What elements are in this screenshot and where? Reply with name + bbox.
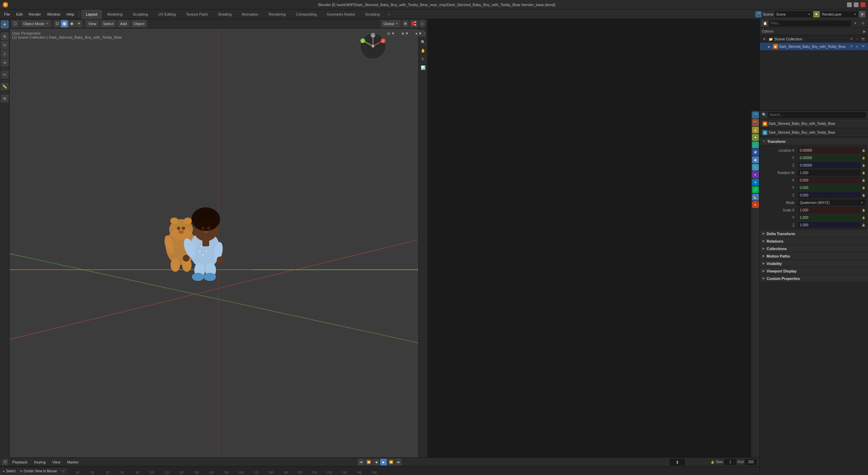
outliner-type-icon[interactable]: 📋 xyxy=(762,20,768,26)
tab-scripting[interactable]: Scripting xyxy=(360,10,384,19)
render-layer-selector[interactable]: RenderLayer ▼ xyxy=(821,11,858,17)
next-keyframe-button[interactable]: ⏩ xyxy=(388,459,394,466)
location-z-field[interactable]: 0.00000 xyxy=(798,162,861,168)
prop-render-icon[interactable]: 📷 xyxy=(752,119,759,126)
play-reverse-button[interactable]: ◀ xyxy=(373,459,379,466)
obj-visibility-icon[interactable]: 👁 xyxy=(849,44,854,49)
tab-rendering[interactable]: Rendering xyxy=(264,10,291,19)
scale-z-lock[interactable]: 🔒 xyxy=(862,224,865,227)
rotation-x-field[interactable]: 0.000 xyxy=(798,177,861,183)
shading-material[interactable]: ◉ xyxy=(68,20,75,27)
menu-file[interactable]: File xyxy=(1,11,13,17)
menu-window[interactable]: Window xyxy=(44,11,63,17)
prop-material-icon[interactable]: ● xyxy=(752,201,759,208)
location-x-field[interactable]: 0.00000 xyxy=(798,147,861,153)
view-layer-icon[interactable]: 🔲 xyxy=(813,11,820,17)
timeline-marker-btn[interactable]: Marker xyxy=(64,459,81,465)
prop-modifier-icon[interactable]: 🔧 xyxy=(752,164,759,171)
tab-modeling[interactable]: Modeling xyxy=(103,10,127,19)
viewport-icon-display[interactable]: 📊 xyxy=(419,64,427,71)
timeline-view-btn[interactable]: View xyxy=(50,459,63,465)
timeline-type-icon[interactable]: ⏱ xyxy=(2,459,8,465)
obj-render-icon[interactable]: 📷 xyxy=(861,44,865,49)
scene-collection-arrow[interactable]: ▼ xyxy=(763,37,766,41)
viewport-icon-rotate[interactable]: ↻ xyxy=(419,55,427,63)
prop-scene2-icon[interactable]: 🌐 xyxy=(752,141,759,148)
tool-annotate[interactable]: ✏ xyxy=(1,71,9,79)
maximize-button[interactable] xyxy=(854,2,859,7)
visibility-header[interactable]: ▶ Visibility xyxy=(760,260,868,267)
properties-search-input[interactable] xyxy=(768,112,866,118)
play-button[interactable]: ▶ xyxy=(380,459,387,466)
viewport-icon-zoom[interactable]: 🔍 xyxy=(419,38,427,46)
outliner-options-icon[interactable]: ⚙ xyxy=(860,20,866,26)
viewport-display-header[interactable]: ▶ Viewport Display xyxy=(760,267,868,275)
delta-transform-header[interactable]: ▶ Delta Transform xyxy=(760,230,868,238)
prop-scene-icon[interactable]: 🎬 xyxy=(752,112,759,118)
visibility-icon[interactable]: 👁 xyxy=(849,37,854,41)
viewport-shading-btn[interactable]: ● ▼ xyxy=(413,30,425,37)
rotation-z-field[interactable]: 0.000 xyxy=(798,192,861,198)
rotation-w-field[interactable]: 1.000 xyxy=(798,170,861,176)
view-button[interactable]: View xyxy=(85,20,99,27)
prop-world-icon[interactable]: 🌍 xyxy=(752,149,759,156)
end-frame-input[interactable] xyxy=(745,459,757,465)
object-button[interactable]: Object xyxy=(131,20,147,27)
properties-content[interactable]: ▼ Transform Location X 0.00000 🔒 Y 0 xyxy=(760,137,868,475)
current-frame-input[interactable] xyxy=(670,459,685,466)
scale-z-field[interactable]: 1.000 xyxy=(798,222,861,228)
location-y-lock[interactable]: 🔒 xyxy=(862,156,865,159)
location-x-lock[interactable]: 🔒 xyxy=(862,149,865,152)
tool-move[interactable]: ⊕ xyxy=(1,32,9,40)
timeline-playback-btn[interactable]: Playback xyxy=(9,459,30,465)
scene-selector[interactable]: Scene ▼ xyxy=(775,11,812,17)
viewport-icon-pan[interactable]: ✋ xyxy=(419,47,427,54)
gizmo-button[interactable]: ⊕ ▼ xyxy=(399,30,411,37)
add-workspace-button[interactable]: + xyxy=(385,11,393,18)
start-frame-input[interactable] xyxy=(724,459,736,465)
tool-transform[interactable]: ⟲ xyxy=(1,59,9,67)
select-button[interactable]: Select xyxy=(100,20,116,27)
outliner-item-scene-collection[interactable]: ▼ 📁 Scene Collection 👁 ↕ 📷 xyxy=(760,35,868,43)
shading-wireframe[interactable]: ⊡ xyxy=(54,20,60,27)
tab-texture-paint[interactable]: Texture Paint xyxy=(181,10,212,19)
location-z-lock[interactable]: 🔒 xyxy=(862,164,865,167)
scale-x-field[interactable]: 1.000 xyxy=(798,207,861,213)
rotation-y-lock[interactable]: 🔒 xyxy=(862,186,865,189)
transform-orientation[interactable]: Global ▼ xyxy=(381,20,401,27)
prop-data-icon[interactable]: 📐 xyxy=(752,194,759,201)
relations-header[interactable]: ▶ Relations xyxy=(760,238,868,245)
menu-help[interactable]: Help xyxy=(64,11,77,17)
prop-object-icon[interactable]: ▣ xyxy=(752,156,759,163)
prop-particles-icon[interactable]: ✦ xyxy=(752,171,759,178)
shading-solid[interactable]: ⬤ xyxy=(61,20,68,27)
rotation-y-field[interactable]: 0.000 xyxy=(798,185,861,191)
menu-edit[interactable]: Edit xyxy=(14,11,25,17)
tool-add[interactable]: ⊞ xyxy=(1,94,9,102)
motion-paths-header[interactable]: ▶ Motion Paths xyxy=(760,252,868,260)
scale-y-lock[interactable]: 🔒 xyxy=(862,216,865,219)
close-button[interactable] xyxy=(861,2,865,7)
prop-output-icon[interactable]: 🖨 xyxy=(752,127,759,133)
mode-selector[interactable]: Object Mode ▼ xyxy=(20,20,51,27)
tab-sculpting[interactable]: Sculpting xyxy=(128,10,153,19)
custom-props-header[interactable]: ▶ Custom Properties xyxy=(760,275,868,282)
rotation-x-lock[interactable]: 🔒 xyxy=(862,179,865,182)
tab-geometry-nodes[interactable]: Geometry Nodes xyxy=(322,10,360,19)
proportional-editing[interactable]: ○ xyxy=(419,20,425,27)
add-button[interactable]: Add xyxy=(118,20,130,27)
outliner-item-object[interactable]: ▶ ▣ Dark_Skinned_Baby_Boy_with_Teddy_Bea… xyxy=(760,43,868,50)
collections-header[interactable]: ▶ Collections xyxy=(760,245,868,252)
outliner-options-chevron[interactable]: ▶ xyxy=(863,30,866,33)
prop-viewlayer-icon[interactable]: 🔲 xyxy=(752,134,759,141)
tab-layout[interactable]: Layout xyxy=(81,10,102,19)
prev-keyframe-button[interactable]: ⏪ xyxy=(365,459,372,466)
tool-scale[interactable]: ⤢ xyxy=(1,50,9,58)
timeline-keying-btn[interactable]: Keying xyxy=(32,459,48,465)
scene-icon[interactable]: 🎬 xyxy=(755,11,762,17)
viewport-3d[interactable]: User Perspective (1) Scene Collection | … xyxy=(9,28,427,457)
prop-constraints-icon[interactable]: 🔗 xyxy=(752,186,759,193)
tool-measure[interactable]: 📏 xyxy=(1,82,9,91)
jump-start-button[interactable]: ⏮ xyxy=(358,459,364,466)
tab-compositing[interactable]: Compositing xyxy=(291,10,321,19)
